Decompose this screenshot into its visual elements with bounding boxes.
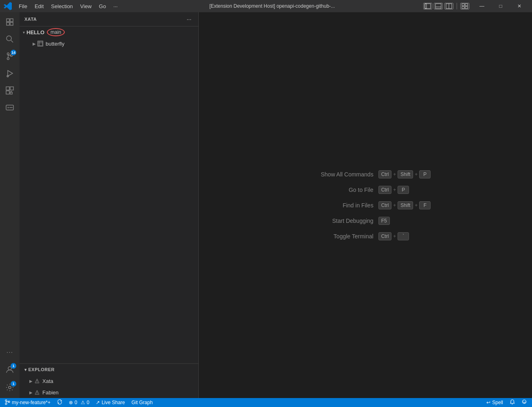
menu-bar: File Edit Selection View Go ··· [15,2,121,11]
shortcuts-container: Show All Commands Ctrl + Shift + P Go to… [300,170,431,240]
gitgraph-status-item[interactable]: Git Graph [128,398,156,407]
error-icon: ⊗ [69,400,73,405]
branch-name: my-new-feature*+ [12,400,51,405]
svg-point-28 [8,107,9,108]
xata-options-btn[interactable]: ··· [185,15,193,24]
activity-settings[interactable]: 1 [2,379,18,396]
grid-layout-btn[interactable] [460,3,469,9]
svg-point-17 [7,58,9,60]
plus-2a: + [393,202,396,208]
hello-chevron-down: ▾ [23,30,25,35]
split-layout-btn[interactable] [444,3,453,9]
maximize-button[interactable]: □ [491,0,510,12]
svg-marker-19 [8,70,13,76]
svg-point-14 [7,36,11,41]
key-ctrl-4: Ctrl [378,232,392,240]
svg-rect-10 [7,19,9,22]
explorer-item-fabien[interactable]: ▶ Fabien [20,387,198,398]
activity-run[interactable] [2,65,18,81]
table-icon [37,41,43,46]
shortcut-keys-4: Ctrl + ` [378,232,409,240]
main-container: 14 ··· [0,12,532,398]
notifications-status-item[interactable] [506,398,518,407]
shortcut-label-0: Show All Commands [300,171,374,178]
errors-status-item[interactable]: ⊗ 0 ⚠ 0 [66,398,92,407]
separator [457,3,457,9]
explorer-item-xata[interactable]: ▶ Xata [20,375,198,387]
activity-more[interactable]: ··· [2,344,18,361]
key-p-1: P [398,186,409,194]
svg-line-15 [11,40,13,42]
feedback-status-item[interactable] [518,398,530,407]
liveshare-status-item[interactable]: ↗ Live Share [92,398,128,407]
svg-rect-13 [10,22,13,25]
explorer-chevron: ▾ [24,367,27,372]
menu-view[interactable]: View [77,2,95,11]
sidebar-top: XATA ··· ▾ HELLO main ▶ [20,12,198,363]
menu-more[interactable]: ··· [110,2,121,11]
xata-panel-title: XATA [24,17,37,22]
key-shift-0: Shift [398,170,413,178]
svg-point-47 [523,401,523,401]
svg-point-16 [7,53,9,55]
menu-edit[interactable]: Edit [31,2,47,11]
activity-extensions[interactable] [2,82,18,99]
spell-label: Spell [492,400,503,405]
key-f5: F5 [378,217,390,225]
vscode-logo [3,2,12,11]
shortcut-row-4: Toggle Terminal Ctrl + ` [300,232,409,240]
editor-area: Show All Commands Ctrl + Shift + P Go to… [199,12,532,398]
minimize-button[interactable]: — [473,0,491,12]
statusbar: my-new-feature*+ ⊗ 0 ⚠ 0 ↗ Live Share Gi… [0,398,532,407]
activity-search[interactable] [2,31,18,47]
fabien-item-chevron: ▶ [29,390,33,395]
sidebar-layout-btn[interactable] [423,3,432,9]
explorer-fabien-label: Fabien [42,389,59,396]
shortcut-keys-0: Ctrl + Shift + P [378,170,431,178]
key-ctrl-1: Ctrl [378,186,392,194]
svg-rect-6 [462,4,464,6]
activity-bar: 14 ··· [0,12,20,398]
close-button[interactable]: ✕ [510,0,529,12]
spell-status-item[interactable]: ↩ Spell [483,398,506,407]
shortcut-label-1: Go to File [300,187,374,193]
activity-remote[interactable] [2,99,18,116]
shortcut-keys-2: Ctrl + Shift + F [378,201,431,209]
xata-panel-header: XATA ··· [20,12,198,26]
menu-selection[interactable]: Selection [48,2,76,11]
menu-go[interactable]: Go [96,2,109,11]
menu-file[interactable]: File [15,2,31,11]
xata-panel-actions: ··· [185,15,193,24]
plus-2b: + [415,202,418,208]
activity-explorer[interactable] [2,14,18,30]
titlebar: File Edit Selection View Go ··· [Extensi… [0,0,532,12]
main-branch-badge: main [47,28,65,36]
notification-icon [510,399,515,406]
plus-4: + [393,233,396,239]
plus-0b: + [415,172,418,177]
window-title: [Extension Development Host] openapi-cod… [121,3,423,9]
hello-db-name: HELLO [26,29,44,35]
butterfly-table-row[interactable]: ▶ butterfly + [20,38,198,49]
svg-rect-1 [425,4,431,9]
accounts-badge: 1 [11,363,16,369]
window-controls: — □ ✕ [473,0,529,12]
svg-rect-9 [465,7,468,9]
branch-icon [5,399,10,406]
butterfly-chevron: ▶ [33,42,36,46]
hello-section-row[interactable]: ▾ HELLO main [20,26,198,38]
activity-accounts[interactable]: 1 [2,361,18,378]
explorer-title: EXPLORER [29,367,55,372]
activity-bottom: 1 1 [2,361,18,396]
activity-source-control[interactable]: 14 [2,48,18,64]
sync-status-item[interactable] [54,398,66,407]
svg-rect-23 [6,91,9,94]
svg-rect-11 [10,19,13,22]
shortcut-keys-3: F5 [378,217,390,225]
sidebar: XATA ··· ▾ HELLO main ▶ [20,12,199,398]
branch-status-item[interactable]: my-new-feature*+ [2,398,54,407]
panel-layout-btn[interactable] [434,3,443,9]
key-p-0: P [419,170,431,178]
explorer-header[interactable]: ▾ EXPLORER [20,364,198,375]
svg-rect-32 [38,42,42,46]
